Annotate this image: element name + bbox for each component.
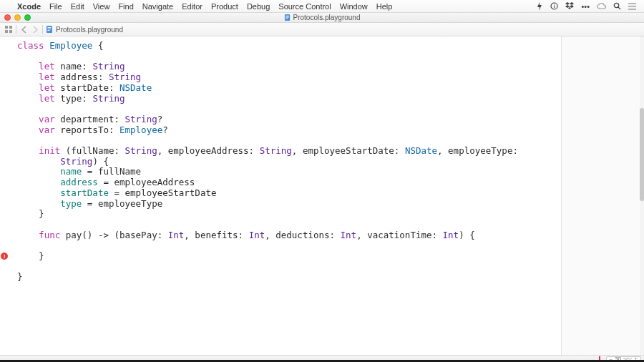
playground-results-sidebar: [561, 36, 640, 355]
menu-view[interactable]: View: [89, 2, 114, 11]
menu-debug[interactable]: Debug: [243, 2, 274, 11]
info-icon[interactable]: [547, 2, 562, 10]
svg-rect-17: [48, 27, 52, 28]
editor-area: class Employee { let name: String let ad…: [0, 36, 644, 355]
menu-file[interactable]: File: [45, 2, 67, 11]
back-button[interactable]: [18, 24, 29, 34]
close-button[interactable]: [4, 14, 11, 21]
minimize-button[interactable]: [14, 14, 21, 21]
notification-center-icon[interactable]: [625, 3, 640, 10]
svg-rect-2: [554, 4, 555, 5]
menu-find[interactable]: Find: [114, 2, 137, 11]
svg-rect-13: [9, 26, 12, 29]
menu-navigate[interactable]: Navigate: [138, 2, 177, 11]
breadcrumb[interactable]: Protocols.playground: [56, 26, 123, 34]
menu-product[interactable]: Product: [207, 2, 243, 11]
app-menu[interactable]: Xcode: [13, 2, 45, 11]
related-items-button[interactable]: [3, 24, 14, 34]
svg-rect-1: [554, 6, 555, 9]
window-controls: [4, 14, 31, 21]
window-titlebar: Protocols.playground: [0, 13, 644, 23]
dots-icon[interactable]: •••: [577, 2, 593, 11]
menu-edit[interactable]: Edit: [67, 2, 89, 11]
svg-rect-9: [286, 16, 289, 16]
bolt-icon[interactable]: [532, 2, 547, 11]
editor-gutter: [0, 36, 10, 355]
error-indicator[interactable]: [1, 253, 8, 260]
spotlight-search-icon[interactable]: [610, 2, 625, 10]
dropbox-icon[interactable]: [562, 2, 577, 10]
playground-file-icon: [284, 14, 291, 21]
svg-point-3: [614, 3, 618, 7]
playground-file-icon: [46, 26, 53, 33]
svg-rect-11: [286, 18, 288, 19]
svg-rect-12: [5, 26, 8, 29]
menu-editor[interactable]: Editor: [177, 2, 207, 11]
forward-button[interactable]: [29, 24, 41, 34]
scrollbar-thumb[interactable]: [640, 108, 644, 201]
svg-rect-10: [286, 17, 289, 18]
svg-rect-19: [48, 30, 50, 31]
menu-source-control[interactable]: Source Control: [274, 2, 335, 11]
macos-menubar: Xcode FileEditViewFindNavigateEditorProd…: [0, 0, 644, 13]
menu-help[interactable]: Help: [372, 2, 397, 11]
cloud-icon[interactable]: [593, 3, 610, 9]
svg-rect-14: [5, 30, 8, 33]
window-title: Protocols.playground: [293, 14, 361, 21]
jump-bar: Protocols.playground: [0, 23, 644, 36]
svg-rect-18: [48, 29, 52, 29]
svg-line-4: [618, 7, 620, 9]
menu-window[interactable]: Window: [336, 2, 372, 11]
source-editor[interactable]: class Employee { let name: String let ad…: [10, 36, 561, 355]
scrollbar-track[interactable]: [640, 36, 644, 355]
svg-rect-15: [9, 30, 12, 33]
zoom-button[interactable]: [24, 14, 31, 21]
